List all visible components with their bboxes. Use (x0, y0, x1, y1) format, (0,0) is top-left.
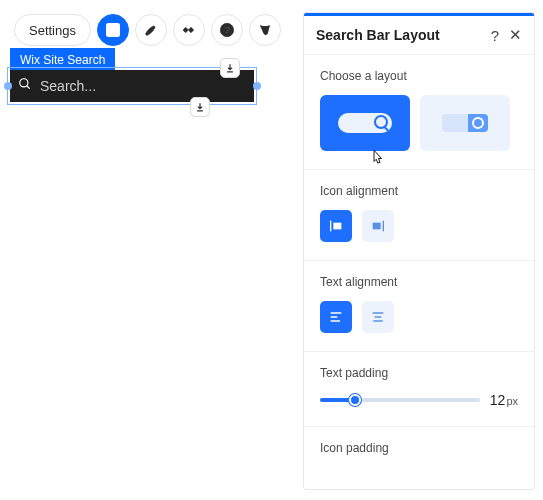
section-icon-padding: Icon padding (304, 427, 534, 485)
svg-rect-7 (330, 221, 331, 232)
resize-handle[interactable] (4, 82, 12, 90)
panel-help-icon[interactable]: ? (491, 27, 499, 44)
section-text-alignment: Text alignment (304, 261, 534, 352)
layout-option-boxed[interactable] (420, 95, 510, 151)
download-icon[interactable] (190, 97, 210, 117)
layout-option-rounded[interactable] (320, 95, 410, 151)
svg-point-5 (20, 79, 28, 87)
text-padding-value: 12px (490, 392, 518, 408)
widget-name-label: Wix Site Search (10, 48, 115, 72)
design-icon[interactable] (135, 14, 167, 46)
layout-panel: Search Bar Layout ? ✕ Choose a layout (303, 12, 535, 490)
panel-header: Search Bar Layout ? ✕ (304, 16, 534, 55)
layout-icon[interactable] (97, 14, 129, 46)
svg-text:?: ? (224, 25, 229, 35)
toolbar: Settings ? (14, 14, 281, 46)
text-padding-slider[interactable] (320, 398, 480, 402)
section-title: Text padding (320, 366, 518, 380)
resize-handle[interactable] (253, 82, 261, 90)
section-title: Icon padding (320, 441, 518, 455)
section-title: Icon alignment (320, 184, 518, 198)
icon-align-right[interactable] (362, 210, 394, 242)
search-placeholder: Search... (40, 78, 96, 94)
download-icon[interactable] (220, 58, 240, 78)
connect-icon[interactable] (249, 14, 281, 46)
slider-thumb[interactable] (349, 394, 361, 406)
search-icon (18, 77, 32, 95)
svg-rect-9 (383, 221, 384, 232)
help-icon[interactable]: ? (211, 14, 243, 46)
svg-rect-0 (107, 24, 119, 36)
svg-line-6 (27, 86, 30, 89)
panel-body[interactable]: Choose a layout Icon alignment (304, 55, 534, 489)
text-align-center[interactable] (362, 301, 394, 333)
text-align-left[interactable] (320, 301, 352, 333)
section-icon-alignment: Icon alignment (304, 170, 534, 261)
settings-button[interactable]: Settings (14, 14, 91, 46)
close-icon[interactable]: ✕ (509, 26, 522, 44)
animation-icon[interactable] (173, 14, 205, 46)
svg-rect-8 (333, 223, 341, 230)
panel-title: Search Bar Layout (316, 27, 440, 43)
section-layout: Choose a layout (304, 55, 534, 170)
icon-align-left[interactable] (320, 210, 352, 242)
section-title: Text alignment (320, 275, 518, 289)
search-bar-widget[interactable]: Search... (10, 70, 254, 102)
section-text-padding: Text padding 12px (304, 352, 534, 427)
svg-rect-10 (373, 223, 381, 230)
section-title: Choose a layout (320, 69, 518, 83)
